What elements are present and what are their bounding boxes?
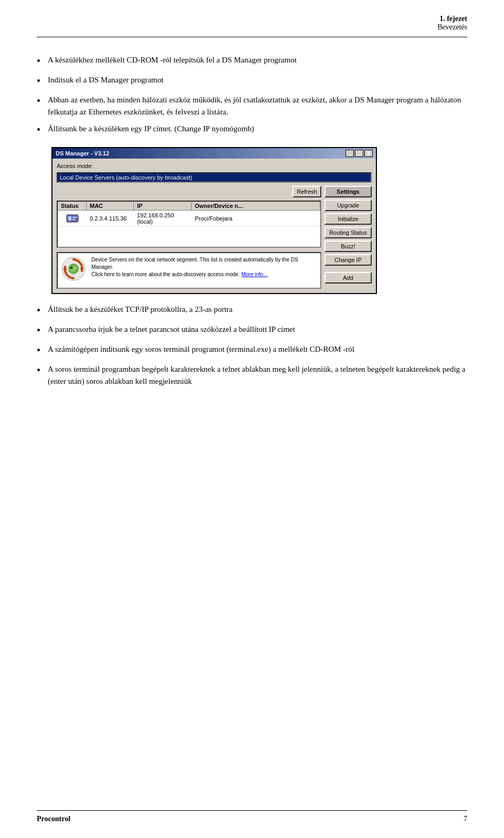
buzz-button[interactable]: Buzz! [324,240,372,252]
ds-main-panel: Refresh Status MAC [57,186,321,289]
page-footer: Procontrol 7 [37,810,467,823]
ds-sidebar: Settings Upgrade Initialize Routing Stat… [324,186,372,289]
bullet-text: Abban az esetben, ha minden hálózati esz… [48,94,467,118]
access-mode-value: Local Device Servers (auto-discovery by … [60,174,192,181]
col-owner: Owner/Device n... [192,202,320,210]
info-panel: Device Servers on the local network segm… [57,252,321,289]
initialize-button[interactable]: Initialize [324,213,372,225]
ds-top-row: Refresh [57,186,321,197]
settings-button[interactable]: Settings [324,186,372,197]
maximize-button[interactable]: □ [355,150,363,157]
intro-bullets: • A készülékhez mellékelt CD-ROM -ról te… [37,54,467,138]
bullet-text: A parancssorba írjuk be a telnet parancs… [48,323,467,336]
list-item: • Indítsuk el a DS Manager programot [37,74,467,89]
close-button[interactable]: ✕ [364,150,373,157]
bullet-dot: • [37,322,40,338]
cell-owner: Proci/Fobejara [192,214,320,223]
device-table: Status MAC IP Owner/Device n... [57,201,321,248]
footer-brand: Procontrol [37,815,70,823]
chapter-subtitle: Bevezetés [437,23,467,31]
upgrade-button[interactable]: Upgrade [324,200,372,211]
setup-bullets: • Állítsuk be a készüléket TCP/IP protok… [37,303,467,387]
list-item: • A számítógépen indítsunk egy soros ter… [37,343,467,358]
chapter-number: 1. fejezet [439,15,467,23]
bullet-text: Állítsunk be a készüléken egy IP címet. … [48,123,467,135]
titlebar-buttons: _ □ ✕ [345,150,373,157]
cell-ip: 192.168.0.250 (local) [134,211,192,226]
device-icon [66,213,79,224]
more-info-link[interactable]: More info... [242,271,268,277]
cell-status [58,212,87,225]
add-button[interactable]: Add [324,272,372,284]
info-panel-text: Device Servers on the local network segm… [91,256,317,278]
table-row[interactable]: 0.2.3.4.115.36 192.168.0.250 (local) Pro… [58,211,320,227]
bullet-dot: • [37,73,40,89]
page-header: 1. fejezet Bevezetés [37,0,467,37]
col-status: Status [58,202,87,210]
bullet-text: A számítógépen indítsunk egy soros termi… [48,343,467,355]
ds-content-area: Refresh Status MAC [57,186,372,289]
list-item: • Állítsuk be a készüléket TCP/IP protok… [37,303,467,318]
bullet-text: A készülékhez mellékelt CD-ROM -ról tele… [48,54,467,66]
ds-window-title: DS Manager - V3.12 [56,150,109,156]
bullet-text: Állítsuk be a készüléket TCP/IP protokol… [48,303,467,316]
ds-manager-window: DS Manager - V3.12 _ □ ✕ Access mode: Lo… [51,147,377,294]
list-item: • Abban az esetben, ha minden hálózati e… [37,94,467,118]
bullet-dot: • [37,342,40,358]
table-header: Status MAC IP Owner/Device n... [58,202,320,211]
chapter-title: 1. fejezet Bevezetés [37,15,467,32]
routing-status-button[interactable]: Routing Status [324,227,372,238]
change-ip-button[interactable]: Change IP [324,254,372,266]
access-mode-select-row: Local Device Servers (auto-discovery by … [57,172,372,183]
bullet-dot: • [37,93,40,109]
svg-rect-3 [72,219,75,220]
svg-rect-1 [68,216,71,221]
col-ip: IP [134,202,192,210]
ds-body: Access mode: Local Device Servers (auto-… [52,159,376,293]
bullet-text: Indítsuk el a DS Manager programot [48,74,467,86]
svg-point-9 [70,267,73,269]
list-item: • Állítsunk be a készüléken egy IP címet… [37,123,467,138]
access-mode-select[interactable]: Local Device Servers (auto-discovery by … [57,172,372,183]
col-mac: MAC [87,202,134,210]
list-item: • A készülékhez mellékelt CD-ROM -ról te… [37,54,467,69]
list-item: • A soros terminál programban begépelt k… [37,363,467,387]
minimize-button[interactable]: _ [345,150,354,157]
ds-titlebar: DS Manager - V3.12 _ □ ✕ [52,148,376,159]
bullet-dot: • [37,302,40,318]
footer-page-number: 7 [464,815,467,823]
svg-rect-2 [72,217,77,218]
bullet-dot: • [37,362,40,378]
cell-mac: 0.2.3.4.115.36 [87,214,134,223]
access-mode-label: Access mode: [57,163,93,169]
add-btn-spacer: Add [324,272,372,284]
list-item: • A parancssorba írjuk be a telnet paran… [37,323,467,338]
bullet-dot: • [37,122,40,138]
bullet-text: A soros terminál programban begépelt kar… [48,363,467,387]
refresh-button[interactable]: Refresh [292,186,321,197]
bullet-dot: • [37,53,40,69]
access-mode-row: Access mode: [57,163,372,169]
info-panel-icon [61,256,86,282]
